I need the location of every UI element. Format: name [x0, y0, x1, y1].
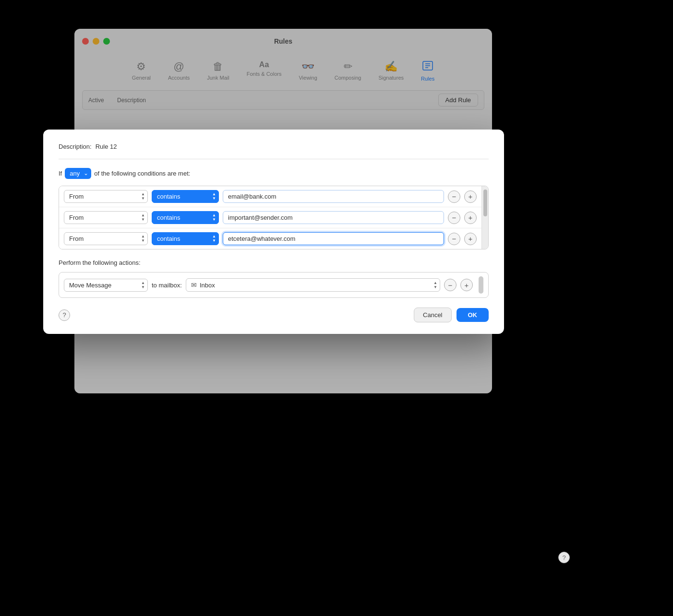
field-select-2[interactable]: From To Subject	[69, 214, 136, 221]
any-select-wrapper[interactable]: any all	[65, 168, 91, 179]
if-label: If	[59, 170, 62, 177]
add-condition-2-button[interactable]: +	[464, 212, 477, 224]
help-button[interactable]: ?	[59, 309, 70, 321]
operator-select-3-wrapper[interactable]: contains does not contain is equal to ▲ …	[152, 232, 219, 245]
chevrons-icon: ▲ ▼	[141, 213, 145, 222]
bottom-row: ? Cancel OK	[59, 308, 489, 322]
actions-label: Perform the following actions:	[59, 259, 489, 266]
value-input-2[interactable]	[223, 211, 444, 224]
mailbox-chevrons-icon: ▲ ▼	[433, 281, 437, 289]
operator-select-3[interactable]: contains does not contain is equal to	[157, 235, 207, 242]
operator-select-2-wrapper[interactable]: contains does not contain is equal to ▲ …	[152, 211, 219, 224]
operator-select-1-wrapper[interactable]: contains does not contain is equal to ▲ …	[152, 190, 219, 203]
conditions-list: From To Subject ▲ ▼ contains does not co…	[59, 186, 489, 249]
rules-modal: Description: If any all of the following…	[43, 130, 504, 334]
conditions-scrollbar[interactable]	[481, 186, 488, 249]
action-select[interactable]: Move Message Copy Message Delete Message	[69, 282, 136, 289]
remove-action-1-button[interactable]: −	[444, 279, 457, 291]
field-select-1-wrapper[interactable]: From To Subject ▲ ▼	[64, 190, 148, 203]
value-input-1[interactable]	[223, 190, 444, 203]
field-select-3-wrapper[interactable]: From To Subject ▲ ▼	[64, 232, 148, 245]
field-select-1[interactable]: From To Subject	[69, 193, 136, 200]
operator-select-2[interactable]: contains does not contain is equal to	[157, 214, 207, 221]
conditions-suffix: of the following conditions are met:	[94, 170, 190, 177]
remove-condition-1-button[interactable]: −	[448, 190, 460, 203]
cancel-button[interactable]: Cancel	[414, 308, 451, 322]
remove-condition-3-button[interactable]: −	[448, 233, 460, 245]
add-condition-1-button[interactable]: +	[464, 190, 477, 203]
action-chevrons-icon: ▲ ▼	[141, 281, 145, 289]
description-row: Description:	[59, 143, 489, 159]
conditions-scroll-thumb[interactable]	[483, 190, 487, 216]
condition-row-3: From To Subject ▲ ▼ contains does not co…	[59, 228, 481, 249]
actions-list: Move Message Copy Message Delete Message…	[59, 272, 489, 298]
inbox-icon: ✉	[191, 281, 197, 289]
ok-button[interactable]: OK	[457, 308, 489, 322]
field-select-2-wrapper[interactable]: From To Subject ▲ ▼	[64, 211, 148, 224]
operator-select-1[interactable]: contains does not contain is equal to	[157, 193, 207, 200]
to-mailbox-label: to mailbox:	[152, 282, 182, 289]
add-condition-3-button[interactable]: +	[464, 233, 477, 245]
add-action-1-button[interactable]: +	[460, 279, 473, 291]
mailbox-select[interactable]: Inbox Archive Trash	[200, 282, 426, 289]
value-input-3[interactable]	[223, 232, 444, 245]
chevrons-icon: ▲ ▼	[212, 235, 216, 243]
field-select-3[interactable]: From To Subject	[69, 235, 136, 242]
chevrons-icon: ▲ ▼	[141, 235, 145, 243]
condition-row-1: From To Subject ▲ ▼ contains does not co…	[59, 186, 481, 207]
mailbox-select-wrapper[interactable]: ✉ Inbox Archive Trash ▲ ▼	[186, 278, 440, 292]
action-select-wrapper[interactable]: Move Message Copy Message Delete Message…	[64, 279, 148, 292]
action-row-1: Move Message Copy Message Delete Message…	[59, 272, 488, 297]
bg-help-button[interactable]: ?	[558, 552, 570, 563]
any-select[interactable]: any all	[65, 168, 91, 179]
remove-condition-2-button[interactable]: −	[448, 212, 460, 224]
chevrons-icon: ▲ ▼	[212, 192, 216, 201]
conditions-header: If any all of the following conditions a…	[59, 168, 489, 179]
description-label: Description:	[59, 143, 92, 150]
description-input[interactable]	[96, 143, 489, 150]
chevrons-icon: ▲ ▼	[141, 192, 145, 201]
condition-row-2: From To Subject ▲ ▼ contains does not co…	[59, 207, 481, 228]
chevrons-icon: ▲ ▼	[212, 213, 216, 222]
action-scrollbar-thumb[interactable]	[479, 276, 483, 294]
